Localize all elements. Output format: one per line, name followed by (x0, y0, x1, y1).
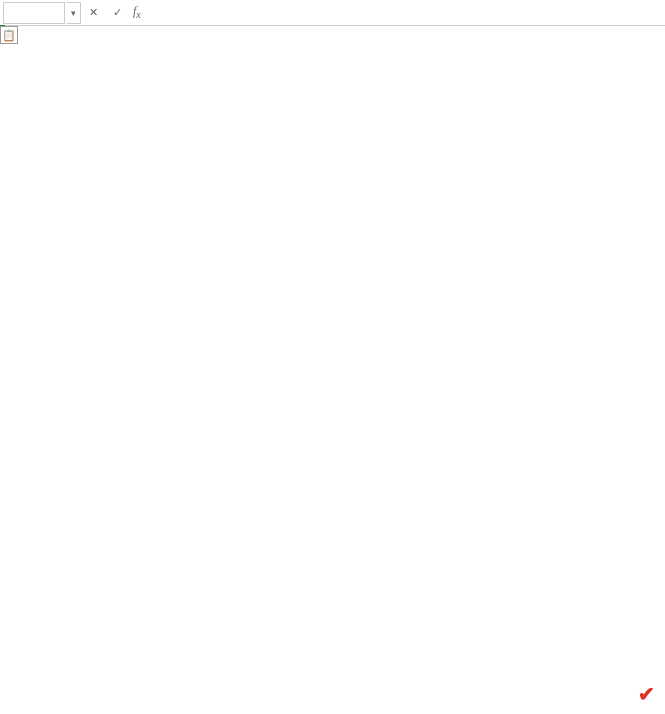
fx-icon[interactable]: fx (133, 4, 141, 20)
cancel-formula-button[interactable]: ✕ (83, 3, 103, 23)
name-box-dropdown[interactable]: ▾ (67, 2, 81, 24)
formula-input[interactable] (145, 2, 665, 24)
watermark: ✔ (638, 682, 655, 706)
accept-formula-button[interactable]: ✓ (107, 3, 127, 23)
formula-bar: ▾ ✕ ✓ fx (0, 0, 665, 26)
name-box[interactable] (3, 2, 65, 24)
paste-options-button[interactable]: 📋 (0, 26, 18, 44)
